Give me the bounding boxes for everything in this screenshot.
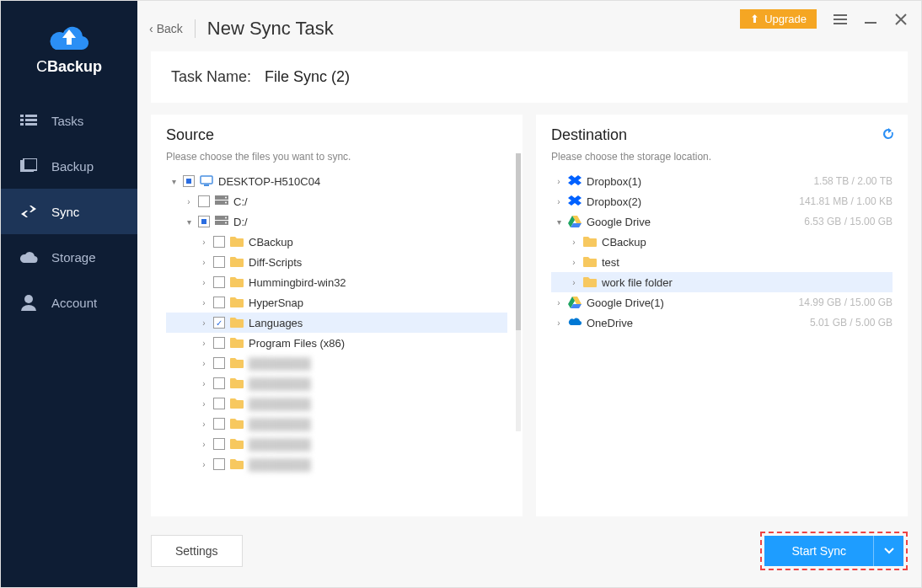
tree-row[interactable]: › Hummingbird-win32 — [166, 272, 507, 292]
tree-row[interactable]: › ████████ — [166, 393, 507, 414]
expand-caret-icon[interactable]: › — [200, 359, 208, 368]
googledrive-icon — [568, 216, 582, 227]
destination-row[interactable]: › CBackup — [551, 232, 893, 252]
folder-icon — [230, 337, 244, 349]
checkbox[interactable] — [213, 317, 225, 329]
folder-icon — [583, 236, 597, 248]
tree-row[interactable]: › ████████ — [166, 414, 507, 434]
expand-caret-icon[interactable]: › — [200, 258, 208, 267]
expand-caret-icon[interactable]: › — [200, 460, 208, 469]
close-button[interactable] — [894, 13, 908, 26]
menu-button[interactable] — [834, 13, 847, 26]
destination-label: Google Drive(1) — [587, 297, 664, 309]
tree-row[interactable]: › HyperSnap — [166, 292, 507, 313]
destination-label: Google Drive — [587, 216, 651, 228]
nav-label: Sync — [51, 205, 79, 219]
destination-row[interactable]: › test — [551, 252, 893, 272]
expand-caret-icon[interactable]: ▾ — [185, 217, 193, 227]
start-sync-dropdown[interactable] — [873, 536, 903, 566]
source-panel: Source Please choose the files you want … — [151, 115, 523, 516]
expand-caret-icon[interactable]: › — [555, 298, 563, 307]
tree-label: Languages — [249, 317, 303, 329]
tree-row[interactable]: › Program Files (x86) — [166, 333, 507, 353]
tree-label: CBackup — [249, 236, 293, 249]
folder-icon — [230, 357, 244, 369]
destination-row[interactable]: › Google Drive(1) 14.99 GB / 15.00 GB — [551, 292, 893, 313]
nav-account[interactable]: Account — [1, 280, 137, 325]
expand-caret-icon[interactable]: › — [570, 238, 578, 247]
tree-label: DESKTOP-H510C04 — [218, 175, 320, 188]
back-button[interactable]: ‹ Back — [149, 22, 183, 35]
destination-tree[interactable]: › Dropbox(1) 1.58 TB / 2.00 TB › Dropbox… — [551, 171, 893, 505]
nav-tasks[interactable]: Tasks — [1, 98, 137, 143]
checkbox[interactable] — [198, 216, 210, 227]
expand-caret-icon[interactable]: › — [200, 278, 208, 287]
expand-caret-icon[interactable]: › — [200, 440, 208, 449]
checkbox[interactable] — [198, 195, 210, 207]
expand-caret-icon[interactable]: › — [555, 318, 563, 328]
destination-row[interactable]: › work file folder — [551, 272, 893, 292]
expand-caret-icon[interactable]: › — [200, 399, 208, 409]
checkbox[interactable] — [213, 236, 225, 248]
svg-rect-13 — [201, 176, 212, 184]
source-title: Source — [166, 126, 507, 144]
checkbox[interactable] — [213, 438, 225, 450]
nav-sync[interactable]: Sync — [1, 189, 137, 234]
destination-title: Destination — [551, 126, 893, 144]
destination-label: OneDrive — [587, 317, 633, 329]
destination-row[interactable]: › Dropbox(1) 1.58 TB / 2.00 TB — [551, 171, 893, 191]
svg-rect-0 — [20, 115, 24, 117]
task-name-value[interactable]: File Sync (2) — [265, 68, 350, 86]
tree-row[interactable]: › ████████ — [166, 353, 507, 373]
checkbox[interactable] — [183, 175, 195, 187]
expand-caret-icon[interactable]: › — [185, 197, 193, 206]
tree-row[interactable]: › Languages — [166, 313, 507, 333]
tree-row[interactable]: › Diff-Scripts — [166, 252, 507, 272]
expand-caret-icon[interactable]: › — [200, 238, 208, 247]
checkbox[interactable] — [213, 297, 225, 308]
settings-button[interactable]: Settings — [151, 535, 243, 567]
expand-caret-icon[interactable]: › — [555, 177, 563, 186]
checkbox[interactable] — [213, 418, 225, 430]
scrollbar-thumb[interactable] — [516, 153, 521, 330]
tree-row[interactable]: › C:/ — [166, 191, 507, 211]
storage-icon — [19, 248, 38, 266]
upgrade-button[interactable]: ⬆ Upgrade — [740, 9, 817, 29]
checkbox[interactable] — [213, 337, 225, 349]
expand-caret-icon[interactable]: › — [200, 318, 208, 328]
minimize-button[interactable] — [864, 13, 877, 26]
tree-row[interactable]: › CBackup — [166, 232, 507, 252]
expand-caret-icon[interactable]: ▾ — [169, 177, 178, 186]
pc-icon — [200, 175, 213, 187]
checkbox[interactable] — [213, 458, 225, 470]
start-sync-button[interactable]: Start Sync — [764, 536, 873, 566]
tree-row[interactable]: ▾ DESKTOP-H510C04 — [166, 171, 507, 191]
expand-caret-icon[interactable]: › — [200, 298, 208, 307]
main-area: ⬆ Upgrade ‹ Back New Sync Task Task Name… — [137, 1, 921, 587]
checkbox[interactable] — [213, 276, 225, 288]
expand-caret-icon[interactable]: › — [200, 339, 208, 348]
destination-row[interactable]: ▾ Google Drive 6.53 GB / 15.00 GB — [551, 211, 893, 232]
tree-row[interactable]: › ████████ — [166, 373, 507, 393]
tree-row[interactable]: ▾ D:/ — [166, 211, 507, 232]
checkbox[interactable] — [213, 377, 225, 389]
tree-row[interactable]: › ████████ — [166, 454, 507, 474]
expand-caret-icon[interactable]: › — [570, 278, 578, 287]
upgrade-label: Upgrade — [764, 13, 807, 25]
checkbox[interactable] — [213, 357, 225, 369]
tree-row[interactable]: › ████████ — [166, 434, 507, 454]
nav-storage[interactable]: Storage — [1, 234, 137, 280]
destination-row[interactable]: › OneDrive 5.01 GB / 5.00 GB — [551, 313, 893, 333]
expand-caret-icon[interactable]: › — [200, 379, 208, 388]
expand-caret-icon[interactable]: › — [570, 258, 578, 267]
nav-backup[interactable]: Backup — [1, 143, 137, 189]
source-tree[interactable]: ▾ DESKTOP-H510C04 › C:/ ▾ D:/ › CBackup … — [166, 171, 507, 505]
checkbox[interactable] — [213, 398, 225, 409]
expand-caret-icon[interactable]: ▾ — [555, 217, 563, 227]
checkbox[interactable] — [213, 256, 225, 268]
refresh-button[interactable] — [881, 126, 896, 142]
expand-caret-icon[interactable]: › — [555, 197, 563, 206]
expand-caret-icon[interactable]: › — [200, 420, 208, 429]
scrollbar[interactable] — [516, 153, 521, 431]
destination-row[interactable]: › Dropbox(2) 141.81 MB / 1.00 KB — [551, 191, 893, 211]
